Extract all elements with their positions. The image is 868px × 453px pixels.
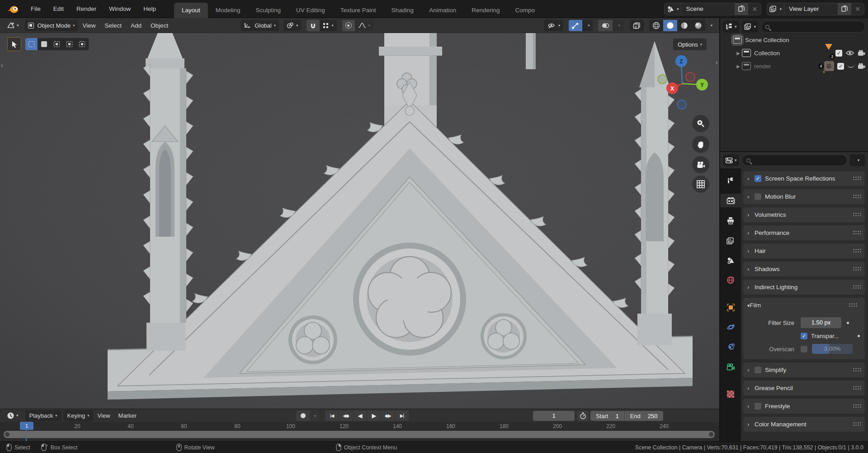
viewport-3d[interactable]: Options › ‹ Z <box>0 33 719 409</box>
render-checkbox[interactable]: ✓ <box>837 63 844 70</box>
shading-dropdown[interactable] <box>705 20 716 31</box>
pan-button[interactable] <box>692 136 709 153</box>
menu-window[interactable]: Window <box>103 0 137 18</box>
scrollbar-left-handle[interactable] <box>5 432 9 437</box>
menu-file[interactable]: File <box>24 0 47 18</box>
jump-to-end-button[interactable]: ▶| <box>395 410 409 421</box>
drag-handle-icon[interactable] <box>849 303 857 307</box>
outliner-row-scene-collection[interactable]: Scene Collection <box>723 34 865 46</box>
view-layer-browse-button[interactable]: ▾ <box>767 3 784 15</box>
shading-material-button[interactable] <box>677 20 691 31</box>
animate-property-dot[interactable] <box>858 335 860 337</box>
menu-object[interactable]: Object <box>146 22 173 29</box>
tab-animation[interactable]: Animation <box>421 3 464 18</box>
scene-name-field[interactable]: Scene <box>681 5 735 12</box>
start-frame-field[interactable]: Start 1 <box>590 411 624 421</box>
outliner-display-mode-button[interactable]: ▾ <box>742 21 759 33</box>
shading-solid-button[interactable] <box>663 20 677 31</box>
mode-dropdown[interactable]: Object Mode <box>25 20 78 31</box>
axis-neg-z-ball[interactable] <box>677 100 686 109</box>
show-gizmo-dropdown[interactable] <box>544 20 563 31</box>
axis-neg-x-ball[interactable] <box>686 72 695 81</box>
filter-size-field[interactable]: 1.50 px <box>801 317 841 328</box>
new-view-layer-button[interactable] <box>838 3 851 15</box>
menu-help[interactable]: Help <box>137 0 162 18</box>
proportional-falloff-dropdown[interactable] <box>355 20 373 31</box>
properties-editor-type-button[interactable]: ▾ <box>723 154 739 166</box>
drag-handle-icon[interactable] <box>853 404 861 408</box>
remove-view-layer-button[interactable]: ✕ <box>851 5 864 13</box>
tab-constraints[interactable] <box>720 340 741 354</box>
orthographic-toggle-button[interactable] <box>692 176 709 193</box>
properties-filter-button[interactable]: ▾ <box>850 154 865 166</box>
select-mode-subtract[interactable] <box>51 38 63 50</box>
drag-handle-icon[interactable] <box>853 267 861 271</box>
drag-handle-icon[interactable] <box>853 422 861 426</box>
active-tool-button[interactable] <box>7 37 21 51</box>
preview-range-button[interactable] <box>577 411 589 421</box>
outliner-row-render[interactable]: ▶ render 4 ✓ <box>723 60 865 72</box>
tab-physics[interactable] <box>720 320 741 334</box>
disable-render-camera-icon[interactable] <box>858 63 865 70</box>
tab-compositing[interactable]: Compo <box>507 3 542 18</box>
unlink-scene-button[interactable]: ✕ <box>748 5 761 13</box>
menu-marker[interactable]: Marker <box>114 412 141 419</box>
camera-view-button[interactable] <box>692 156 709 173</box>
properties-search-input[interactable] <box>742 154 847 166</box>
drag-handle-icon[interactable] <box>853 176 861 180</box>
current-frame-field[interactable]: 1 <box>533 411 575 421</box>
tab-object[interactable] <box>720 300 741 314</box>
tab-texture[interactable] <box>720 387 741 401</box>
tab-view-layer[interactable] <box>720 234 741 247</box>
film-panel-header[interactable]: Film <box>747 298 861 313</box>
drag-handle-icon[interactable] <box>853 230 861 234</box>
jump-to-start-button[interactable]: |◀ <box>325 410 339 421</box>
select-mode-intersect[interactable] <box>76 38 89 50</box>
next-keyframe-button[interactable]: ◆▶ <box>381 410 395 421</box>
snap-settings-dropdown[interactable] <box>320 20 336 31</box>
transform-orientation-dropdown[interactable]: Global <box>241 20 279 31</box>
panel-color-management[interactable]: Color Management <box>743 417 865 432</box>
menu-view-timeline[interactable]: View <box>94 412 114 419</box>
menu-add[interactable]: Add <box>126 22 146 29</box>
panel-performance[interactable]: Performance <box>743 225 865 240</box>
outliner-editor-type-button[interactable]: ▾ <box>723 21 739 33</box>
drag-handle-icon[interactable] <box>853 285 861 289</box>
panel-motion-blur[interactable]: Motion Blur <box>743 189 865 204</box>
timeline-horizontal-scrollbar[interactable] <box>4 431 715 438</box>
play-button[interactable]: ▶ <box>367 410 381 421</box>
menu-render[interactable]: Render <box>70 0 103 18</box>
tab-rendering[interactable]: Rendering <box>464 3 507 18</box>
tab-tool[interactable] <box>720 174 741 187</box>
transparent-checkbox[interactable]: ✓ <box>801 333 807 339</box>
sidebar-expand-arrow[interactable]: ‹ <box>716 58 718 66</box>
panel-screen-space-reflections[interactable]: ✓ Screen Space Reflections <box>743 171 865 186</box>
tab-scene[interactable] <box>720 253 741 267</box>
scene-browse-button[interactable]: ▾ <box>665 3 682 15</box>
drag-handle-icon[interactable] <box>853 386 861 390</box>
overlays-dropdown[interactable] <box>613 20 623 31</box>
shading-rendered-button[interactable] <box>691 20 705 31</box>
panel-hair[interactable]: Hair <box>743 243 865 258</box>
expand-arrow-icon[interactable]: ▶ <box>735 64 742 69</box>
drag-handle-icon[interactable] <box>853 248 861 253</box>
prev-keyframe-button[interactable]: ◀◆ <box>339 410 353 421</box>
end-frame-field[interactable]: End 250 <box>624 411 663 421</box>
panel-indirect-lighting[interactable]: Indirect Lighting <box>743 280 865 295</box>
ssr-checkbox[interactable]: ✓ <box>755 175 761 182</box>
gizmos-dropdown[interactable] <box>582 20 593 31</box>
motion-blur-checkbox[interactable] <box>755 193 761 200</box>
menu-view[interactable]: View <box>78 22 100 29</box>
expand-arrow-icon[interactable]: ▶ <box>735 51 742 56</box>
collection-checkbox[interactable]: ✓ <box>835 50 842 57</box>
scrollbar-right-handle[interactable] <box>709 432 713 437</box>
auto-keying-button[interactable] <box>296 410 310 421</box>
panel-shadows[interactable]: Shadows <box>743 262 865 277</box>
overlays-toggle[interactable] <box>598 20 613 31</box>
drag-handle-icon[interactable] <box>853 367 861 372</box>
gizmos-toggle[interactable] <box>569 20 582 31</box>
tab-shading[interactable]: Shading <box>384 3 422 18</box>
select-mode-invert[interactable] <box>63 38 76 50</box>
proportional-editing-toggle[interactable] <box>342 20 355 31</box>
tab-render[interactable] <box>720 194 741 207</box>
